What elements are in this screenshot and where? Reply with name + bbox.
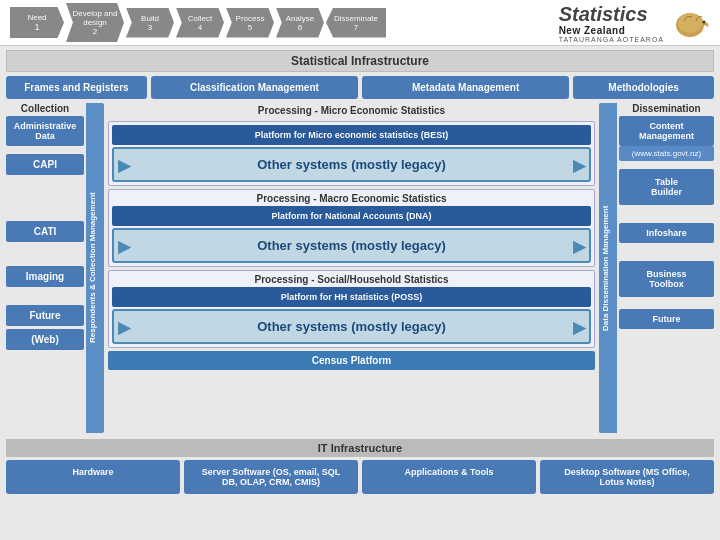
nz-text: New Zealand — [559, 25, 664, 36]
server-software-btn[interactable]: Server Software (OS, email, SQL DB, OLAP… — [184, 460, 358, 494]
logo-area: Statistics New Zealand TATAURANGA AOTEAR… — [559, 3, 710, 43]
hardware-btn[interactable]: Hardware — [6, 460, 180, 494]
future-box[interactable]: Future — [6, 305, 84, 326]
stats-url-box[interactable]: (www.stats.govt.nz) — [619, 146, 714, 161]
kiwi-logo-icon — [670, 3, 710, 43]
source-items: CAPI CATI Imaging Future (Web) — [6, 154, 84, 350]
step-process[interactable]: Process 5 — [226, 8, 274, 38]
top-labels-row: Processing - Micro Economic Statistics — [108, 105, 595, 116]
step-num: 1 — [14, 22, 60, 32]
collection-label: Collection — [6, 103, 84, 114]
diagram-center-wrapper: Respondents & Collection Management Proc… — [86, 103, 617, 433]
other-systems-macro: Other systems (mostly legacy) — [112, 228, 591, 263]
other-systems-micro: Other systems (mostly legacy) — [112, 147, 591, 182]
cati-box[interactable]: CATI — [6, 221, 84, 242]
platform-poss-box[interactable]: Platform for HH statistics (POSS) — [112, 287, 591, 307]
future-right-box[interactable]: Future — [619, 309, 714, 329]
table-builder-box[interactable]: Table Builder — [619, 169, 714, 205]
top-header: Need 1 Develop and design 2 Build 3 Coll… — [0, 0, 720, 46]
processing-macro-label: Processing - Macro Economic Statistics — [112, 193, 591, 204]
step-disseminate[interactable]: Disseminate 7 — [326, 8, 386, 38]
step-analyse[interactable]: Analyse 6 — [276, 8, 324, 38]
infrastructure-buttons: Frames and Registers Classification Mana… — [6, 76, 714, 99]
it-infrastructure-header: IT Infrastructure — [6, 439, 714, 457]
dissemination-label: Dissemination — [619, 103, 714, 114]
frames-registers-btn[interactable]: Frames and Registers — [6, 76, 147, 99]
processing-label: Processing - Micro Economic Statistics — [108, 105, 595, 116]
main-content: Statistical Infrastructure Frames and Re… — [0, 46, 720, 498]
admin-data-box[interactable]: Administrative Data — [6, 116, 84, 146]
step-develop[interactable]: Develop and design 2 — [66, 3, 124, 42]
business-toolbox-box[interactable]: Business Toolbox — [619, 261, 714, 297]
infoshare-box[interactable]: Infoshare — [619, 223, 714, 243]
respondents-bar: Respondents & Collection Management — [86, 103, 104, 433]
diagram-inner: Processing - Micro Economic Statistics P… — [106, 103, 597, 433]
step-build[interactable]: Build 3 — [126, 8, 174, 38]
diagram-area: Collection Administrative Data CAPI CATI… — [6, 103, 714, 433]
svg-point-2 — [703, 20, 706, 23]
desktop-software-btn[interactable]: Desktop Software (MS Office, Lotus Notes… — [540, 460, 714, 494]
data-dissemination-bar: Data Dissemination Management — [599, 103, 617, 433]
pipeline-steps: Need 1 Develop and design 2 Build 3 Coll… — [10, 3, 386, 42]
step-label: Need — [14, 13, 60, 22]
it-infrastructure-section: IT Infrastructure Hardware Server Softwa… — [6, 439, 714, 494]
right-items: Table Builder Infoshare Business Toolbox… — [619, 169, 714, 329]
tagline-text: TATAURANGA AOTEAROA — [559, 36, 664, 43]
census-platform-box[interactable]: Census Platform — [108, 351, 595, 370]
applications-tools-btn[interactable]: Applications & Tools — [362, 460, 536, 494]
capi-box[interactable]: CAPI — [6, 154, 84, 175]
platform-micro-box[interactable]: Platform for Micro economic statistics (… — [112, 125, 591, 145]
future-web-box[interactable]: (Web) — [6, 329, 84, 350]
classification-mgmt-btn[interactable]: Classification Management — [151, 76, 358, 99]
svg-point-1 — [678, 13, 702, 33]
metadata-mgmt-btn[interactable]: Metadata Management — [362, 76, 569, 99]
macro-section: Processing - Macro Economic Statistics P… — [108, 189, 595, 267]
imaging-box[interactable]: Imaging — [6, 266, 84, 287]
social-section: Processing - Social/Household Statistics… — [108, 270, 595, 348]
methodologies-btn[interactable]: Methodologies — [573, 76, 714, 99]
platform-dna-box[interactable]: Platform for National Accounts (DNA) — [112, 206, 591, 226]
micro-section: Platform for Micro economic statistics (… — [108, 121, 595, 186]
it-buttons: Hardware Server Software (OS, email, SQL… — [6, 460, 714, 494]
processing-social-label: Processing - Social/Household Statistics — [112, 274, 591, 285]
other-systems-social: Other systems (mostly legacy) — [112, 309, 591, 344]
stats-logo-text: Statistics — [559, 3, 664, 25]
step-collect[interactable]: Collect 4 — [176, 8, 224, 38]
statistical-infrastructure-header: Statistical Infrastructure — [6, 50, 714, 72]
diagram-right-col: Dissemination Content Management (www.st… — [619, 103, 714, 433]
diagram-left-col: Collection Administrative Data CAPI CATI… — [6, 103, 84, 433]
content-mgmt-box[interactable]: Content Management — [619, 116, 714, 146]
step-need[interactable]: Need 1 — [10, 7, 64, 38]
